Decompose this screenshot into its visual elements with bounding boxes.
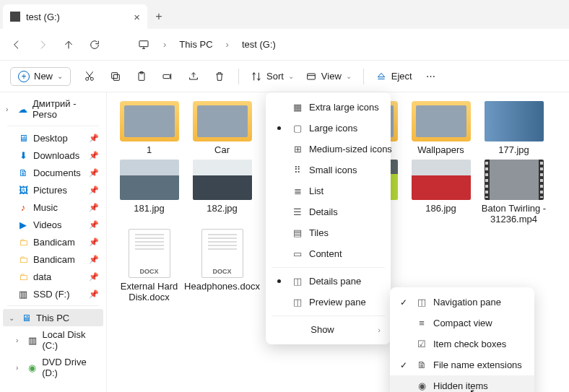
check-icon: ✓ [400, 297, 407, 308]
folder-icon [193, 101, 252, 141]
new-button[interactable]: + New ⌄ [10, 67, 71, 86]
menu-file-extensions[interactable]: ✓🗎File name extensions [390, 354, 534, 375]
share-icon[interactable] [186, 69, 201, 84]
menu-label: Compact view [433, 318, 492, 328]
sidebar-item-folder[interactable]: 🗀data📌 [0, 268, 106, 285]
paste-icon[interactable] [134, 69, 149, 84]
selected-dot-icon [277, 279, 281, 283]
menu-list[interactable]: ≣List [266, 180, 391, 201]
sidebar-label: DVD Drive (D:) [42, 357, 100, 378]
separator [7, 126, 99, 126]
checkbox-icon: ☑ [416, 339, 427, 350]
sidebar-onedrive[interactable]: › ☁ Дмитрий - Perso [0, 95, 106, 123]
menu-label: Show [310, 324, 334, 335]
new-label: New [34, 71, 53, 82]
sidebar-item-downloads[interactable]: ⬇Downloads📌 [0, 147, 106, 164]
selected-dot-icon [277, 126, 281, 130]
breadcrumb-sep: › [163, 39, 166, 50]
sidebar-label: Music [33, 202, 58, 213]
menu-item-check-boxes[interactable]: ☑Item check boxes [390, 334, 534, 354]
breadcrumb-this-pc[interactable]: This PC [179, 39, 212, 50]
sidebar-item-folder[interactable]: 🗀Bandicam📌 [0, 233, 106, 251]
menu-label: Content [309, 248, 342, 259]
folder-item[interactable]: 1 [114, 101, 184, 155]
chevron-down-icon: ⌄ [346, 72, 352, 80]
eject-icon [375, 71, 387, 82]
copy-icon[interactable] [108, 69, 123, 84]
eject-button[interactable]: Eject [375, 71, 412, 82]
menu-label: File name extensions [433, 360, 522, 370]
menu-medium-icons[interactable]: ⊞Medium-sized icons [266, 139, 391, 160]
tiles-icon: ▤ [292, 227, 303, 239]
doc-item[interactable]: DOCXExternal Hard Disk.docx [114, 229, 184, 302]
item-label: 1 [147, 144, 152, 155]
image-item[interactable]: 186.jpg [406, 160, 476, 225]
breadcrumb-location[interactable]: test (G:) [242, 39, 276, 50]
up-button[interactable] [62, 38, 75, 51]
doc-item[interactable]: DOCXHeadphones.docx [187, 229, 257, 302]
rename-icon[interactable] [160, 69, 175, 84]
sidebar-item-pictures[interactable]: 🖼Pictures📌 [0, 181, 106, 199]
docx-icon: DOCX [129, 229, 170, 278]
delete-icon[interactable] [212, 69, 227, 84]
menu-content[interactable]: ▭Content [266, 243, 391, 264]
image-item[interactable]: 181.jpg [114, 160, 184, 225]
menu-label: Small icons [309, 165, 357, 175]
drive-icon [10, 12, 20, 22]
sidebar-item-drive[interactable]: ›▥Local Disk (C:) [0, 326, 106, 354]
menu-navigation-pane[interactable]: ✓◫Navigation pane [390, 292, 534, 313]
chevron-down-icon: ⌄ [288, 72, 294, 80]
sidebar-this-pc[interactable]: ⌄🖥This PC [3, 309, 103, 326]
sidebar-item-drive[interactable]: ▥SSD (F:)📌 [0, 285, 106, 302]
menu-details[interactable]: ☰Details [266, 201, 391, 222]
menu-large-icons[interactable]: ▢Large icons [266, 118, 391, 139]
cut-icon[interactable] [82, 69, 97, 84]
menu-compact-view[interactable]: ≡Compact view [390, 313, 534, 334]
item-label: 181.jpg [134, 203, 165, 214]
folder-icon [120, 101, 179, 141]
sort-label: Sort [266, 71, 284, 82]
image-thumb [193, 160, 252, 200]
more-icon[interactable]: ⋯ [424, 69, 438, 84]
menu-small-icons[interactable]: ⠿Small icons [266, 160, 391, 180]
sort-button[interactable]: Sort ⌄ [251, 71, 294, 82]
refresh-button[interactable] [88, 38, 101, 51]
separator [7, 305, 99, 306]
sidebar-item-desktop[interactable]: 🖥Desktop📌 [0, 129, 106, 147]
menu-preview-pane[interactable]: ◫Preview pane [266, 292, 391, 313]
item-label: Headphones.docx [184, 281, 260, 292]
close-tab-icon[interactable]: × [134, 11, 140, 23]
sidebar-item-videos[interactable]: ▶Videos📌 [0, 216, 106, 233]
item-label: Baton Twirling - 31236.mp4 [479, 203, 549, 225]
video-item[interactable]: Baton Twirling - 31236.mp4 [479, 160, 549, 225]
pin-icon: 📌 [89, 186, 99, 195]
back-button[interactable] [10, 38, 23, 51]
separator [272, 267, 385, 268]
menu-tiles[interactable]: ▤Tiles [266, 222, 391, 243]
separator [272, 315, 385, 316]
sidebar-label: This PC [36, 313, 69, 323]
add-tab-button[interactable]: + [147, 4, 170, 29]
menu-show[interactable]: Show› [266, 319, 391, 340]
menu-hidden-items[interactable]: ◉Hidden items [390, 375, 534, 392]
chevron-down-icon: ⌄ [9, 314, 16, 322]
sidebar-item-documents[interactable]: 🗎Documents📌 [0, 164, 106, 181]
menu-details-pane[interactable]: ◫Details pane [266, 271, 391, 292]
folder-item[interactable]: Wallpapers [406, 101, 476, 155]
monitor-icon[interactable] [137, 38, 150, 51]
view-button[interactable]: View ⌄ [305, 71, 352, 82]
folder-item[interactable]: Car [187, 101, 257, 155]
tab[interactable]: test (G:) × [3, 4, 147, 29]
sidebar-item-folder[interactable]: 🗀Bandicam📌 [0, 251, 106, 268]
forward-button[interactable] [36, 38, 49, 51]
sidebar-item-music[interactable]: ♪Music📌 [0, 199, 106, 216]
sidebar-item-drive[interactable]: ›◉DVD Drive (D:) [0, 354, 106, 381]
chevron-right-icon: › [6, 105, 13, 113]
folder-icon [412, 101, 471, 141]
image-item[interactable]: 177.jpg [479, 101, 549, 155]
menu-extra-large-icons[interactable]: ▦Extra large icons [266, 97, 391, 118]
menu-label: Tiles [309, 227, 329, 238]
image-item[interactable]: 182.jpg [187, 160, 257, 225]
menu-label: Extra large icons [309, 102, 379, 113]
item-label: Car [214, 144, 230, 155]
